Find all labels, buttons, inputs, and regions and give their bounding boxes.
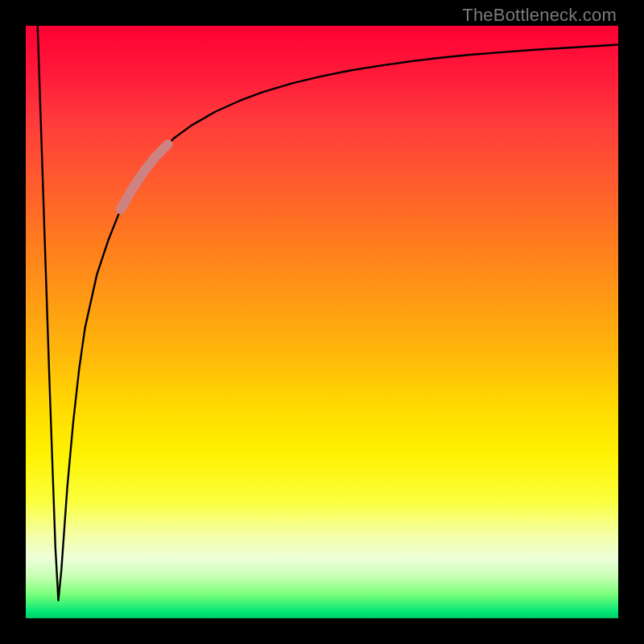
chart-frame: TheBottleneck.com [0, 0, 644, 644]
bottleneck-curve [38, 26, 618, 601]
curve-svg [26, 26, 618, 618]
plot-area [26, 26, 618, 618]
highlighted-segment [121, 144, 168, 209]
watermark-text: TheBottleneck.com [462, 5, 617, 26]
